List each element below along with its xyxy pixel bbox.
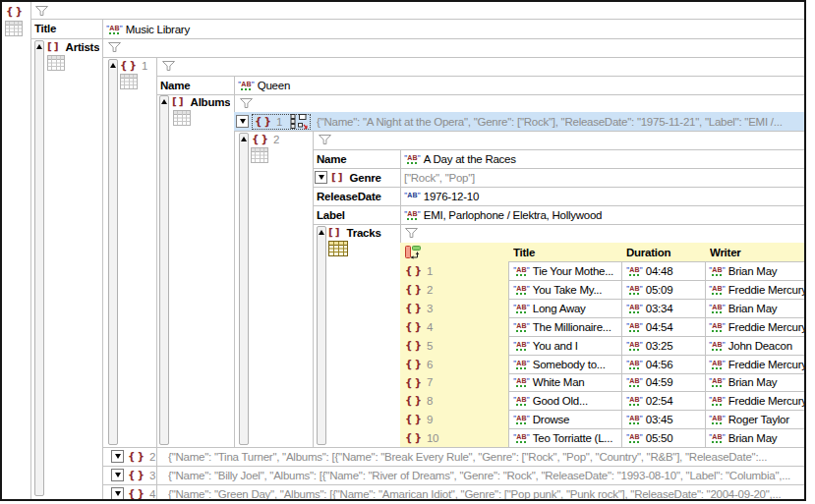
track-writer-text: Roger Taylor: [728, 414, 789, 425]
track-duration-cell[interactable]: "AB"05:09: [621, 280, 705, 299]
collapse-strip-artist1[interactable]: [108, 59, 118, 445]
collapse-strip-tracks[interactable]: [317, 226, 326, 445]
track-title-cell[interactable]: "AB"Tie Your Mothe...: [508, 261, 621, 280]
string-type-icon: "AB": [513, 304, 530, 313]
track-writer-cell[interactable]: "AB"Freddie Mercury: [705, 391, 804, 410]
track-duration-cell[interactable]: "AB"05:50: [621, 428, 705, 447]
tracks-table-view-icon[interactable]: [328, 241, 348, 256]
title-value[interactable]: "AB" Music Library: [106, 20, 499, 38]
expand-collapse-button[interactable]: [111, 450, 124, 463]
artist-row-3[interactable]: {}3{"Name": "Billy Joel", "Albums": [{"N…: [102, 466, 804, 484]
expand-collapse-button[interactable]: [111, 469, 124, 481]
track-writer-cell[interactable]: "AB"Brian May: [705, 428, 804, 447]
track-writer-cell[interactable]: "AB"Brian May: [705, 299, 804, 317]
track-title-cell[interactable]: "AB"White Man: [508, 373, 621, 391]
track-title-cell[interactable]: "AB"You and I: [508, 336, 621, 355]
tracks-col-header-duration[interactable]: Duration: [626, 243, 700, 261]
artists-table-view-icon[interactable]: [47, 55, 65, 71]
track-duration-cell[interactable]: "AB"04:59: [621, 373, 705, 391]
track-duration-cell[interactable]: "AB"03:34: [621, 299, 705, 317]
genre-expand-button[interactable]: [315, 171, 327, 184]
artist1-name-value[interactable]: "AB" Queen: [238, 76, 533, 94]
artist-row-1-handle[interactable]: {} 1: [120, 58, 147, 73]
track-title-cell[interactable]: "AB"You Take My...: [508, 280, 621, 299]
track-row-handle[interactable]: {}8: [400, 391, 508, 410]
string-type-icon: "AB": [709, 266, 726, 276]
expand-collapse-button[interactable]: [111, 487, 124, 500]
track-title-cell[interactable]: "AB"Long Away: [508, 299, 621, 317]
track-row-handle[interactable]: {}1: [400, 261, 508, 280]
track-row-handle[interactable]: {}4: [400, 317, 508, 336]
album2-genre-value[interactable]: ["Rock", "Pop"]: [404, 168, 699, 187]
row-index: 3: [427, 303, 433, 314]
object-icon: {}: [405, 340, 424, 351]
switch-view-icon[interactable]: [290, 114, 308, 130]
artist-row-4[interactable]: {}4{"Name": "Green Day", "Albums": [{"Na…: [102, 484, 804, 501]
album2-name-label[interactable]: Name: [317, 149, 395, 168]
track-writer-cell[interactable]: "AB"Freddie Mercury: [705, 355, 804, 373]
filter-icon-album2[interactable]: [319, 135, 331, 144]
album2-table-view-icon[interactable]: [251, 147, 268, 163]
tracks-col-header-title[interactable]: Title: [513, 243, 616, 261]
track-duration-text: 05:50: [646, 432, 673, 444]
track-writer-cell[interactable]: "AB"Brian May: [705, 373, 804, 391]
artists-property-label[interactable]: [] Artists: [47, 39, 99, 54]
artist1-table-view-icon[interactable]: [120, 74, 138, 89]
track-title-cell[interactable]: "AB"Somebody to...: [508, 355, 621, 373]
string-type-icon: "AB": [626, 377, 643, 387]
track-writer-cell[interactable]: "AB"Freddie Mercury: [705, 317, 804, 336]
string-type-icon: "AB": [513, 433, 530, 443]
track-row-handle[interactable]: {}5: [400, 336, 508, 355]
album-row-2-handle[interactable]: {} 2: [252, 132, 279, 146]
track-title-cell[interactable]: "AB"Teo Torriatte (L...: [508, 428, 621, 447]
track-duration-cell[interactable]: "AB"04:48: [621, 261, 705, 280]
track-title-cell[interactable]: "AB"Good Old...: [508, 391, 621, 410]
filter-icon-root[interactable]: [35, 6, 48, 16]
name-property-label[interactable]: Name: [160, 76, 229, 94]
filter-icon-artist1[interactable]: [162, 61, 175, 71]
collapse-strip-album2[interactable]: [239, 133, 249, 445]
expand-collapse-button[interactable]: [236, 115, 249, 128]
albums-property-label[interactable]: [] Albums: [172, 94, 230, 109]
track-row-handle[interactable]: {}7: [400, 373, 508, 391]
album2-label-value[interactable]: "AB" EMI, Parlophone / Elektra, Hollywoo…: [404, 205, 803, 224]
object-icon: {}: [405, 414, 424, 424]
transpose-table-icon[interactable]: [405, 245, 422, 259]
album2-genre-label[interactable]: [] Genre: [315, 168, 381, 187]
album2-releasedate-value[interactable]: "AB" 1976-12-10: [404, 187, 699, 205]
albums-table-view-icon[interactable]: [173, 110, 191, 126]
track-title-cell[interactable]: "AB"Drowse: [508, 410, 621, 428]
string-type-icon: "AB": [709, 304, 726, 313]
track-row-handle[interactable]: {}10: [400, 428, 508, 447]
track-duration-cell[interactable]: "AB"03:25: [621, 336, 705, 355]
artist-row-2[interactable]: {}2{"Name": "Tina Turner", "Albums": [{"…: [102, 447, 804, 466]
track-duration-cell[interactable]: "AB"03:45: [621, 410, 705, 428]
tracks-property-label[interactable]: [] Tracks: [328, 225, 381, 240]
track-title-cell[interactable]: "AB"The Millionaire...: [508, 317, 621, 336]
track-row-handle[interactable]: {}3: [400, 299, 508, 317]
tracks-col-header-writer[interactable]: Writer: [710, 243, 798, 261]
album2-releasedate-label[interactable]: ReleaseDate: [317, 187, 399, 205]
string-type-icon: "AB": [513, 360, 530, 369]
table-view-icon[interactable]: [5, 21, 23, 36]
album2-name-value[interactable]: "AB" A Day at the Races: [404, 149, 699, 168]
title-property-label[interactable]: Title: [34, 19, 99, 38]
track-row-handle[interactable]: {}6: [400, 355, 508, 373]
filter-icon-albums[interactable]: [240, 98, 253, 108]
collapse-strip-albums[interactable]: [159, 95, 169, 445]
track-writer-cell[interactable]: "AB"Brian May: [705, 261, 804, 280]
track-row-handle[interactable]: {}9: [400, 410, 508, 428]
track-writer-cell[interactable]: "AB"John Deacon: [705, 336, 804, 355]
album-row-1-selected[interactable]: {} 1 {"Name": "A Night at the Opera", "G…: [234, 112, 804, 131]
filter-icon-tracks[interactable]: [405, 228, 418, 238]
collapse-strip-artists[interactable]: [34, 40, 44, 496]
track-writer-cell[interactable]: "AB"Roger Taylor: [705, 410, 804, 428]
track-duration-cell[interactable]: "AB"04:56: [621, 355, 705, 373]
row-index: 1: [427, 265, 433, 277]
album2-label-label[interactable]: Label: [317, 205, 399, 224]
filter-icon-artists[interactable]: [108, 42, 121, 52]
track-row-handle[interactable]: {}2: [400, 280, 508, 299]
track-duration-cell[interactable]: "AB"02:54: [621, 391, 705, 410]
track-duration-cell[interactable]: "AB"04:54: [621, 317, 705, 336]
track-writer-cell[interactable]: "AB"Freddie Mercury: [705, 280, 804, 299]
